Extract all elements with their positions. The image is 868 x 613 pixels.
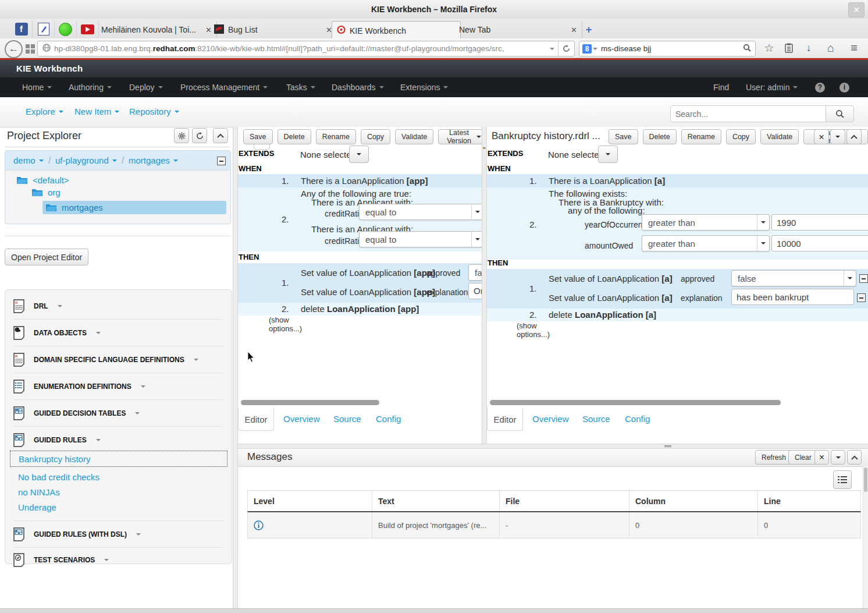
- show-options-link[interactable]: (showoptions...): [269, 316, 310, 333]
- bookmarks-list-icon[interactable]: [781, 40, 797, 56]
- explorer-refresh-button[interactable]: [192, 128, 207, 143]
- breadcrumb-collapse-icon[interactable]: [217, 157, 226, 165]
- col-line[interactable]: Line: [758, 491, 860, 511]
- section-guided-rules-dsl[interactable]: GUIDED RULES (WITH DSL): [13, 527, 141, 541]
- menu-dashboards[interactable]: Dashboards: [332, 77, 384, 97]
- mid-tab-config[interactable]: Config: [376, 414, 401, 424]
- right-tab-source[interactable]: Source: [582, 414, 610, 424]
- validate-button[interactable]: Validate: [395, 129, 433, 144]
- minimize-editor-button[interactable]: [830, 129, 845, 144]
- pinned-tab-youtube[interactable]: [77, 21, 99, 37]
- collapse-editor-button[interactable]: [846, 129, 862, 144]
- pinned-tab-facebook[interactable]: f: [10, 21, 33, 37]
- clear-button[interactable]: Clear: [788, 450, 818, 465]
- tree-item-default[interactable]: <default>: [17, 175, 69, 185]
- tab-close-icon[interactable]: ✕: [571, 26, 577, 34]
- new-tab-button[interactable]: +: [582, 23, 596, 36]
- section-drl[interactable]: R DRL: [13, 299, 62, 313]
- right-horizontal-scrollbar[interactable]: [490, 400, 781, 405]
- minimize-messages-button[interactable]: [831, 450, 845, 465]
- messages-vertical-scrollbar[interactable]: [863, 466, 868, 608]
- guided-rule-item[interactable]: Underage: [18, 502, 56, 512]
- guided-rule-item-focused[interactable]: Bankruptcy history: [10, 451, 227, 467]
- message-row[interactable]: Build of project 'mortgages' (re... - 0 …: [247, 512, 861, 538]
- rename-button[interactable]: Rename: [316, 129, 356, 144]
- then-row-2[interactable]: 2. delete LoanApplication [a]: [487, 309, 868, 321]
- delete-button[interactable]: Delete: [643, 129, 677, 144]
- menu-user[interactable]: User: admin: [746, 77, 798, 97]
- explanation-value-input[interactable]: [731, 289, 854, 305]
- section-dsl-definitions[interactable]: R DOMAIN SPECIFIC LANGUAGE DEFINITIONS: [13, 353, 198, 367]
- search-engine-dropdown-icon[interactable]: [593, 48, 597, 50]
- explorer-settings-button[interactable]: [174, 128, 189, 143]
- breadcrumb-package[interactable]: mortgages: [129, 155, 178, 165]
- menu-process-management[interactable]: Process Management: [180, 77, 268, 97]
- menu-hamburger-icon[interactable]: ≡: [846, 40, 862, 56]
- url-dropdown-icon[interactable]: [550, 48, 554, 50]
- search-go-icon[interactable]: [739, 44, 755, 54]
- reload-button[interactable]: [558, 41, 574, 56]
- pinned-tab-notes[interactable]: [33, 21, 55, 37]
- when-row-2[interactable]: The following exists: There is a Bankrup…: [487, 187, 868, 260]
- section-guided-decision-tables[interactable]: GUIDED DECISION TABLES: [13, 406, 140, 420]
- amountOwed-value-input[interactable]: [771, 235, 868, 251]
- refresh-button[interactable]: Refresh: [755, 450, 792, 465]
- collapse-messages-button[interactable]: [847, 450, 862, 465]
- explorer-collapse-button[interactable]: [213, 128, 228, 143]
- remove-field-icon[interactable]: [857, 293, 866, 302]
- when-row-1[interactable]: 1. There is a LoanApplication [app]: [238, 174, 482, 187]
- remove-field-icon[interactable]: [859, 274, 868, 283]
- col-text[interactable]: Text: [372, 491, 500, 511]
- delete-button[interactable]: Delete: [278, 129, 311, 144]
- col-column[interactable]: Column: [629, 491, 758, 511]
- breadcrumb-repo[interactable]: demo: [13, 155, 44, 165]
- close-editor-button[interactable]: ✕: [814, 129, 829, 144]
- tab-bug-list[interactable]: Bug List ✕: [209, 21, 337, 38]
- section-enumeration-definitions[interactable]: ENUMERATION DEFINITIONS: [13, 380, 145, 394]
- save-button[interactable]: Save: [243, 129, 273, 144]
- col-file[interactable]: File: [500, 491, 629, 511]
- browser-search-bar[interactable]: 8 ms-disease bjj: [579, 41, 756, 56]
- show-options-link[interactable]: (showoptions...): [517, 321, 557, 339]
- section-data-objects[interactable]: DATA OBJECTS: [13, 326, 101, 340]
- downloads-icon[interactable]: ↓: [801, 40, 817, 56]
- yearOfOccurrence-value-input[interactable]: [771, 214, 868, 231]
- then-row-2[interactable]: 2. delete LoanApplication [app]: [238, 303, 482, 316]
- back-button[interactable]: ←: [5, 40, 23, 58]
- creditRating-operator-select[interactable]: equal to: [359, 204, 482, 220]
- message-list-view-button[interactable]: [833, 470, 852, 489]
- menu-home[interactable]: Home: [22, 77, 52, 97]
- window-close-button[interactable]: ✕: [848, 2, 865, 17]
- tab-kie-workbench[interactable]: KIE Workbench: [332, 21, 461, 40]
- editor-splitter[interactable]: [482, 127, 487, 444]
- approved-value-select[interactable]: false: [731, 270, 856, 286]
- tab-groups-icon[interactable]: [26, 44, 30, 48]
- mid-tab-overview[interactable]: Overview: [283, 414, 320, 424]
- copy-button[interactable]: Copy: [726, 129, 756, 144]
- close-messages-button[interactable]: ✕: [814, 450, 829, 465]
- col-level[interactable]: Level: [248, 491, 372, 511]
- right-tab-config[interactable]: Config: [625, 414, 650, 424]
- explanation-input-clipped[interactable]: On: [468, 283, 482, 299]
- pinned-tab-green[interactable]: [55, 21, 77, 37]
- link-explore[interactable]: Explore: [26, 107, 63, 116]
- then-row-1[interactable]: Set value of LoanApplication [a] approve…: [487, 269, 868, 309]
- right-tab-overview[interactable]: Overview: [532, 414, 569, 424]
- messages-splitter[interactable]: [238, 444, 868, 449]
- section-guided-rules[interactable]: GUIDED RULES: [13, 433, 101, 447]
- latest-version-button[interactable]: Latest Version: [438, 129, 482, 144]
- home-icon[interactable]: ⌂: [823, 40, 839, 56]
- copy-button[interactable]: Copy: [361, 129, 390, 144]
- mid-horizontal-scrollbar[interactable]: [241, 400, 379, 405]
- link-repository[interactable]: Repository: [129, 107, 179, 116]
- when-row-1[interactable]: 1. There is a LoanApplication [a]: [487, 174, 868, 187]
- amountOwed-operator-select[interactable]: greater than: [642, 235, 770, 251]
- mid-tab-editor[interactable]: Editor: [238, 408, 274, 431]
- when-row-2[interactable]: Any of the following are true: There is …: [238, 187, 482, 251]
- bottom-scrollbar[interactable]: [0, 608, 868, 613]
- guided-rule-item[interactable]: No bad credit checks: [18, 472, 99, 482]
- menu-extensions[interactable]: Extensions: [400, 77, 448, 97]
- validate-button[interactable]: Validate: [760, 129, 799, 144]
- guided-rule-item[interactable]: no NINJAs: [18, 487, 60, 497]
- tree-item-mortgages-selected[interactable]: mortgages: [42, 201, 226, 214]
